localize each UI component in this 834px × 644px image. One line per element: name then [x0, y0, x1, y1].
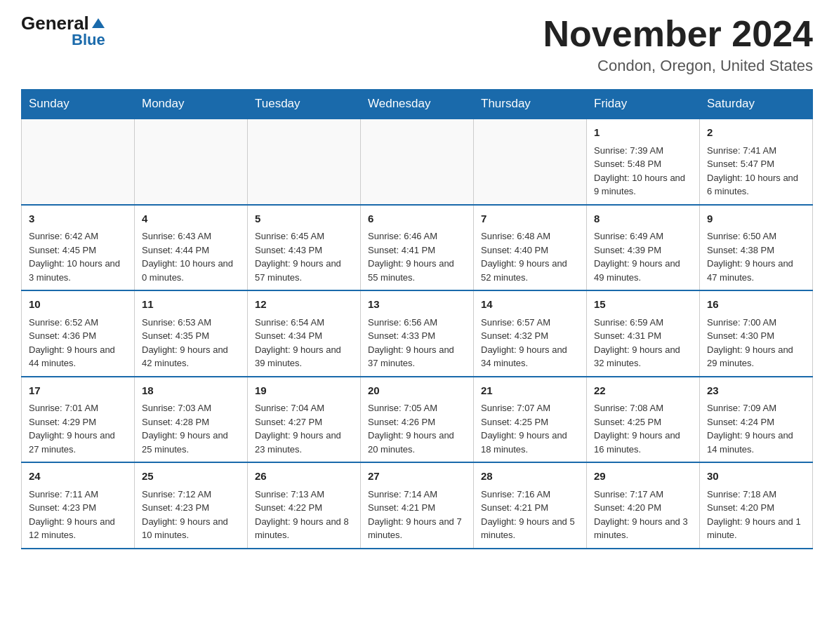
calendar-cell [474, 119, 587, 205]
day-number: 5 [255, 211, 353, 227]
sunset-text: Sunset: 4:33 PM [368, 329, 466, 343]
daylight-text: Daylight: 9 hours and 23 minutes. [255, 429, 353, 456]
daylight-text: Daylight: 9 hours and 52 minutes. [481, 257, 579, 284]
sunrise-text: Sunrise: 6:50 AM [707, 229, 805, 243]
title-block: November 2024 Condon, Oregon, United Sta… [543, 14, 813, 75]
sunset-text: Sunset: 4:20 PM [594, 501, 692, 515]
calendar-cell [135, 119, 248, 205]
sunset-text: Sunset: 4:25 PM [594, 415, 692, 429]
calendar-cell: 11Sunrise: 6:53 AMSunset: 4:35 PMDayligh… [135, 290, 248, 377]
day-number: 16 [707, 297, 805, 313]
sunset-text: Sunset: 4:44 PM [142, 243, 240, 257]
sunrise-text: Sunrise: 7:00 AM [707, 316, 805, 330]
sunset-text: Sunset: 4:38 PM [707, 243, 805, 257]
daylight-text: Daylight: 10 hours and 0 minutes. [142, 257, 240, 284]
sunset-text: Sunset: 4:30 PM [707, 329, 805, 343]
sunset-text: Sunset: 4:21 PM [481, 501, 579, 515]
sunrise-text: Sunrise: 7:04 AM [255, 401, 353, 415]
calendar-cell: 19Sunrise: 7:04 AMSunset: 4:27 PMDayligh… [248, 377, 361, 463]
sunrise-text: Sunrise: 6:52 AM [29, 316, 127, 330]
sunset-text: Sunset: 5:47 PM [707, 157, 805, 171]
day-number: 18 [142, 383, 240, 399]
calendar-week-row: 1Sunrise: 7:39 AMSunset: 5:48 PMDaylight… [22, 119, 813, 205]
day-number: 4 [142, 211, 240, 227]
day-number: 23 [707, 383, 805, 399]
sunrise-text: Sunrise: 6:49 AM [594, 229, 692, 243]
day-number: 1 [594, 125, 692, 141]
day-number: 3 [29, 211, 127, 227]
sunset-text: Sunset: 5:48 PM [594, 157, 692, 171]
day-number: 25 [142, 469, 240, 485]
calendar-cell: 30Sunrise: 7:18 AMSunset: 4:20 PMDayligh… [700, 462, 813, 549]
calendar-cell: 18Sunrise: 7:03 AMSunset: 4:28 PMDayligh… [135, 377, 248, 463]
calendar-cell: 15Sunrise: 6:59 AMSunset: 4:31 PMDayligh… [587, 290, 700, 377]
sunrise-text: Sunrise: 7:12 AM [142, 488, 240, 502]
weekday-header-tuesday: Tuesday [248, 90, 361, 119]
day-number: 29 [594, 469, 692, 485]
day-number: 17 [29, 383, 127, 399]
daylight-text: Daylight: 9 hours and 29 minutes. [707, 343, 805, 370]
daylight-text: Daylight: 9 hours and 32 minutes. [594, 343, 692, 370]
logo: General Blue [21, 14, 105, 48]
calendar-cell: 24Sunrise: 7:11 AMSunset: 4:23 PMDayligh… [22, 462, 135, 549]
calendar-week-row: 10Sunrise: 6:52 AMSunset: 4:36 PMDayligh… [22, 290, 813, 377]
calendar-week-row: 3Sunrise: 6:42 AMSunset: 4:45 PMDaylight… [22, 205, 813, 291]
daylight-text: Daylight: 9 hours and 3 minutes. [594, 515, 692, 542]
sunrise-text: Sunrise: 6:57 AM [481, 316, 579, 330]
daylight-text: Daylight: 9 hours and 7 minutes. [368, 515, 466, 542]
calendar-cell: 2Sunrise: 7:41 AMSunset: 5:47 PMDaylight… [700, 119, 813, 205]
weekday-header-sunday: Sunday [22, 90, 135, 119]
calendar-cell: 28Sunrise: 7:16 AMSunset: 4:21 PMDayligh… [474, 462, 587, 549]
sunrise-text: Sunrise: 6:53 AM [142, 316, 240, 330]
sunset-text: Sunset: 4:28 PM [142, 415, 240, 429]
sunset-text: Sunset: 4:36 PM [29, 329, 127, 343]
day-number: 9 [707, 211, 805, 227]
sunset-text: Sunset: 4:43 PM [255, 243, 353, 257]
calendar-table: SundayMondayTuesdayWednesdayThursdayFrid… [21, 89, 813, 549]
sunrise-text: Sunrise: 7:01 AM [29, 401, 127, 415]
daylight-text: Daylight: 9 hours and 39 minutes. [255, 343, 353, 370]
daylight-text: Daylight: 9 hours and 10 minutes. [142, 515, 240, 542]
sunset-text: Sunset: 4:24 PM [707, 415, 805, 429]
sunrise-text: Sunrise: 7:08 AM [594, 401, 692, 415]
calendar-cell: 12Sunrise: 6:54 AMSunset: 4:34 PMDayligh… [248, 290, 361, 377]
sunset-text: Sunset: 4:25 PM [481, 415, 579, 429]
sunrise-text: Sunrise: 6:59 AM [594, 316, 692, 330]
calendar-cell: 20Sunrise: 7:05 AMSunset: 4:26 PMDayligh… [361, 377, 474, 463]
calendar-cell: 26Sunrise: 7:13 AMSunset: 4:22 PMDayligh… [248, 462, 361, 549]
sunset-text: Sunset: 4:22 PM [255, 501, 353, 515]
sunrise-text: Sunrise: 6:43 AM [142, 229, 240, 243]
sunrise-text: Sunrise: 6:54 AM [255, 316, 353, 330]
sunrise-text: Sunrise: 7:41 AM [707, 144, 805, 158]
calendar-cell: 27Sunrise: 7:14 AMSunset: 4:21 PMDayligh… [361, 462, 474, 549]
logo-blue-text: Blue [72, 31, 105, 48]
sunset-text: Sunset: 4:27 PM [255, 415, 353, 429]
calendar-header-row: SundayMondayTuesdayWednesdayThursdayFrid… [22, 90, 813, 119]
day-number: 11 [142, 297, 240, 313]
sunset-text: Sunset: 4:39 PM [594, 243, 692, 257]
sunrise-text: Sunrise: 7:16 AM [481, 488, 579, 502]
day-number: 24 [29, 469, 127, 485]
daylight-text: Daylight: 9 hours and 1 minute. [707, 515, 805, 542]
calendar-cell: 7Sunrise: 6:48 AMSunset: 4:40 PMDaylight… [474, 205, 587, 291]
calendar-cell: 22Sunrise: 7:08 AMSunset: 4:25 PMDayligh… [587, 377, 700, 463]
daylight-text: Daylight: 9 hours and 42 minutes. [142, 343, 240, 370]
day-number: 22 [594, 383, 692, 399]
day-number: 30 [707, 469, 805, 485]
daylight-text: Daylight: 10 hours and 6 minutes. [707, 171, 805, 199]
sunrise-text: Sunrise: 7:14 AM [368, 488, 466, 502]
weekday-header-saturday: Saturday [700, 90, 813, 119]
calendar-cell: 3Sunrise: 6:42 AMSunset: 4:45 PMDaylight… [22, 205, 135, 291]
daylight-text: Daylight: 9 hours and 37 minutes. [368, 343, 466, 370]
sunset-text: Sunset: 4:41 PM [368, 243, 466, 257]
calendar-cell: 23Sunrise: 7:09 AMSunset: 4:24 PMDayligh… [700, 377, 813, 463]
sunset-text: Sunset: 4:45 PM [29, 243, 127, 257]
sunset-text: Sunset: 4:31 PM [594, 329, 692, 343]
calendar-cell: 14Sunrise: 6:57 AMSunset: 4:32 PMDayligh… [474, 290, 587, 377]
sunrise-text: Sunrise: 6:56 AM [368, 316, 466, 330]
daylight-text: Daylight: 9 hours and 16 minutes. [594, 429, 692, 456]
calendar-week-row: 24Sunrise: 7:11 AMSunset: 4:23 PMDayligh… [22, 462, 813, 549]
calendar-cell: 13Sunrise: 6:56 AMSunset: 4:33 PMDayligh… [361, 290, 474, 377]
day-number: 10 [29, 297, 127, 313]
day-number: 8 [594, 211, 692, 227]
